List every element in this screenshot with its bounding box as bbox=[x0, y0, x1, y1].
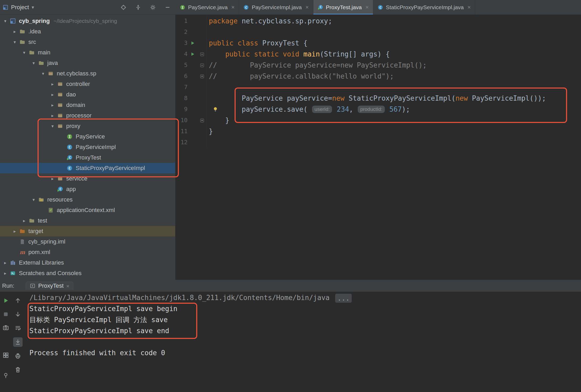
code-text[interactable]: } bbox=[206, 126, 581, 137]
code-line-6[interactable]: 6// payService.callback("hello world"); bbox=[175, 71, 581, 82]
line-number[interactable]: 9 bbox=[175, 104, 188, 115]
code-text[interactable] bbox=[206, 82, 581, 93]
project-tool-window-icon[interactable] bbox=[3, 4, 8, 10]
tree-item-cyb-spring[interactable]: ▾cyb_spring~/IdeaProjects/cyb_spring bbox=[0, 16, 175, 26]
close-tab-icon[interactable]: × bbox=[467, 4, 471, 11]
scroll-to-end-button[interactable] bbox=[13, 337, 23, 347]
code-line-7[interactable]: 7 bbox=[175, 82, 581, 93]
line-number[interactable]: 2 bbox=[175, 27, 188, 38]
line-number[interactable]: 7 bbox=[175, 82, 188, 93]
chevron-down-icon[interactable]: ▾ bbox=[20, 50, 28, 55]
line-number[interactable]: 10 bbox=[175, 115, 188, 126]
tree-item-main[interactable]: ▾main bbox=[0, 47, 175, 58]
chevron-down-icon[interactable]: ▾ bbox=[2, 18, 9, 24]
chevron-down-icon[interactable]: ▾ bbox=[30, 197, 37, 202]
intention-bulb-icon[interactable] bbox=[212, 106, 218, 112]
code-line-12[interactable]: 12 bbox=[175, 137, 581, 148]
settings-icon[interactable] bbox=[150, 4, 156, 11]
chevron-right-icon[interactable]: ▸ bbox=[2, 271, 9, 276]
tree-item-target[interactable]: ▸target bbox=[0, 226, 175, 236]
chevron-down-icon[interactable]: ▾ bbox=[11, 39, 18, 45]
tree-item-external-libraries[interactable]: ▸External Libraries bbox=[0, 257, 175, 268]
soft-wrap-button[interactable] bbox=[13, 323, 23, 333]
chevron-right-icon[interactable]: ▸ bbox=[11, 229, 18, 234]
code-text[interactable] bbox=[206, 137, 581, 148]
tree-item-scratches-and-consoles[interactable]: ▸Scratches and Consoles bbox=[0, 268, 175, 278]
pin-button[interactable] bbox=[1, 371, 11, 380]
code-text[interactable]: // PayService payService=new PayServiceI… bbox=[206, 60, 581, 71]
layout-settings-button[interactable] bbox=[1, 350, 11, 360]
tree-item-cyb-spring-iml[interactable]: cyb_spring.iml bbox=[0, 236, 175, 247]
code-line-8[interactable]: 8 PayService payService=new StaticProxyP… bbox=[175, 93, 581, 104]
tree-item-test[interactable]: ▸test bbox=[0, 215, 175, 226]
tree-item-payservice[interactable]: IPayService bbox=[0, 131, 175, 142]
tree-item-resources[interactable]: ▾resources bbox=[0, 194, 175, 205]
run-line-icon[interactable] bbox=[188, 38, 198, 49]
chevron-right-icon[interactable]: ▸ bbox=[20, 218, 28, 223]
code-line-11[interactable]: 11} bbox=[175, 126, 581, 137]
tree-item-java[interactable]: ▾java bbox=[0, 58, 175, 68]
rerun-button[interactable] bbox=[1, 296, 11, 305]
chevron-right-icon[interactable]: ▸ bbox=[49, 176, 56, 181]
chevron-down-icon[interactable]: ▾ bbox=[32, 4, 34, 10]
clear-all-button[interactable] bbox=[13, 365, 23, 374]
code-text[interactable]: public static void main(String[] args) { bbox=[206, 49, 581, 60]
code-text[interactable]: PayService payService=new StaticProxyPay… bbox=[206, 93, 581, 104]
tree-item-controller[interactable]: ▸controller bbox=[0, 79, 175, 89]
code-line-1[interactable]: 1package net.cybclass.sp.proxy; bbox=[175, 16, 581, 27]
tree-item-idea[interactable]: ▸.idea bbox=[0, 26, 175, 37]
code-line-2[interactable]: 2 bbox=[175, 27, 581, 38]
chevron-right-icon[interactable]: ▸ bbox=[49, 92, 56, 97]
chevron-down-icon[interactable]: ▾ bbox=[39, 71, 47, 76]
collapse-all-icon[interactable] bbox=[135, 4, 141, 11]
run-line-icon[interactable] bbox=[188, 49, 198, 60]
tab-proxytest-java[interactable]: CProxyTest.java× bbox=[313, 0, 373, 14]
project-selector[interactable]: Project bbox=[11, 4, 29, 11]
print-button[interactable] bbox=[13, 351, 23, 360]
locate-opened-file-icon[interactable] bbox=[120, 4, 127, 11]
tree-item-proxytest[interactable]: CProxyTest bbox=[0, 152, 175, 163]
tree-item-processor[interactable]: ▸processor bbox=[0, 110, 175, 121]
tree-item-staticproxypayserviceimpl[interactable]: CStaticProxyPayServiceImpl bbox=[0, 163, 175, 173]
code-line-9[interactable]: 9 payService.save( userId: 234, productI… bbox=[175, 104, 581, 115]
close-run-tab-icon[interactable]: × bbox=[66, 283, 69, 289]
fold-up-icon[interactable] bbox=[198, 115, 206, 126]
fold-minus-icon[interactable] bbox=[198, 49, 206, 60]
chevron-down-icon[interactable]: ▾ bbox=[49, 123, 56, 129]
chevron-right-icon[interactable]: ▸ bbox=[2, 260, 9, 265]
tree-item-dao[interactable]: ▸dao bbox=[0, 89, 175, 100]
tree-item-proxy[interactable]: ▾proxy bbox=[0, 121, 175, 131]
close-tab-icon[interactable]: × bbox=[231, 4, 235, 11]
console-output[interactable]: /Library/Java/JavaVirtualMachines/jdk1.8… bbox=[29, 292, 576, 358]
chevron-right-icon[interactable]: ▸ bbox=[49, 113, 56, 118]
hide-panel-icon[interactable] bbox=[164, 4, 171, 11]
code-line-5[interactable]: 5// PayService payService=new PayService… bbox=[175, 60, 581, 71]
up-stacktrace-button[interactable] bbox=[13, 296, 23, 305]
close-tab-icon[interactable]: × bbox=[305, 4, 309, 11]
tree-item-src[interactable]: ▾src bbox=[0, 37, 175, 47]
code-text[interactable] bbox=[206, 27, 581, 38]
tree-item-pom-xml[interactable]: mpom.xml bbox=[0, 247, 175, 257]
code-editor[interactable]: 1package net.cybclass.sp.proxy;23public … bbox=[175, 15, 581, 280]
chevron-right-icon[interactable]: ▸ bbox=[11, 29, 18, 34]
code-line-4[interactable]: 4 public static void main(String[] args)… bbox=[175, 49, 581, 60]
line-number[interactable]: 11 bbox=[175, 126, 188, 137]
tree-item-servicce[interactable]: ▸servicce bbox=[0, 173, 175, 184]
line-number[interactable]: 3 bbox=[175, 38, 188, 49]
tree-item-net-cybclass-sp[interactable]: ▾net.cybclass.sp bbox=[0, 68, 175, 79]
tree-item-applicationcontext-xml[interactable]: applicationContext.xml bbox=[0, 205, 175, 215]
line-number[interactable]: 6 bbox=[175, 71, 188, 82]
line-number[interactable]: 5 bbox=[175, 60, 188, 71]
line-number[interactable]: 12 bbox=[175, 137, 188, 148]
tab-payservice-java[interactable]: IPayService.java× bbox=[175, 0, 239, 14]
code-line-3[interactable]: 3public class ProxyTest { bbox=[175, 38, 581, 49]
expand-command-ellipsis[interactable]: ... bbox=[335, 294, 352, 303]
code-text[interactable]: public class ProxyTest { bbox=[206, 38, 581, 49]
line-number[interactable]: 4 bbox=[175, 49, 188, 60]
code-text[interactable]: } bbox=[206, 115, 581, 126]
code-text[interactable]: // payService.callback("hello world"); bbox=[206, 71, 581, 82]
chevron-down-icon[interactable]: ▾ bbox=[30, 60, 37, 66]
dump-threads-button[interactable] bbox=[1, 323, 11, 332]
tree-item-payserviceimpl[interactable]: CPayServiceImpl bbox=[0, 142, 175, 152]
chevron-right-icon[interactable]: ▸ bbox=[49, 102, 56, 108]
